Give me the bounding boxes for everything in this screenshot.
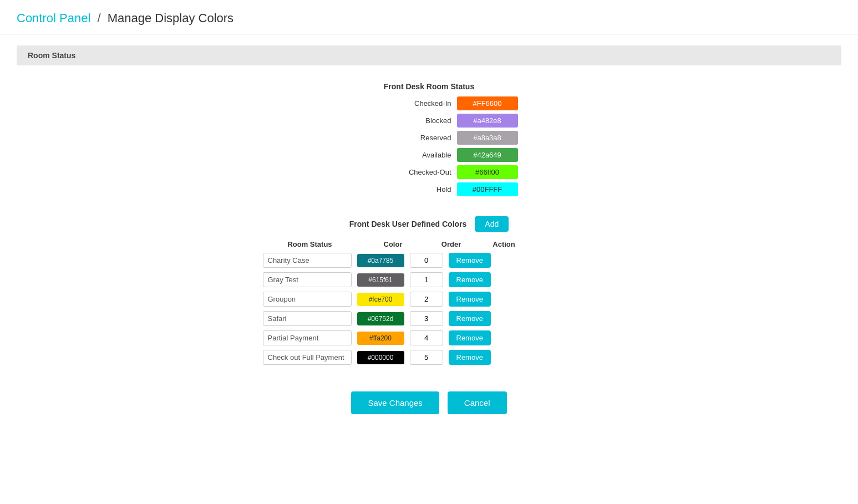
status-row-checked-in: Checked-In #FF6600 <box>341 96 518 110</box>
color-box-reserved[interactable]: #a8a3a8 <box>457 131 518 145</box>
color-box-available[interactable]: #42a649 <box>457 148 518 162</box>
color-swatch-checkout-full-payment[interactable]: #000000 <box>357 351 404 364</box>
table-row: #ffa200 Remove <box>263 330 596 345</box>
status-row-blocked: Blocked #a482e8 <box>341 114 518 128</box>
control-panel-link[interactable]: Control Panel <box>17 11 90 25</box>
order-input-charity-case[interactable] <box>410 253 443 268</box>
room-status-input-gray-test[interactable] <box>263 272 352 287</box>
add-button[interactable]: Add <box>475 216 509 232</box>
status-row-available: Available #42a649 <box>341 148 518 162</box>
main-content: Front Desk Room Status Checked-In #FF660… <box>0 65 858 442</box>
room-status-input-safari[interactable] <box>263 311 352 326</box>
status-label-hold: Hold <box>396 185 451 194</box>
status-label-available: Available <box>396 151 451 159</box>
order-input-partial-payment[interactable] <box>410 330 443 345</box>
status-label-reserved: Reserved <box>396 134 451 142</box>
status-label-blocked: Blocked <box>396 116 451 125</box>
color-swatch-safari[interactable]: #06752d <box>357 312 404 325</box>
order-input-gray-test[interactable] <box>410 272 443 287</box>
user-defined-header: Front Desk User Defined Colors Add <box>349 216 509 232</box>
table-row: #fce700 Remove <box>263 292 596 307</box>
status-label-checked-in: Checked-In <box>396 99 451 108</box>
remove-button-safari[interactable]: Remove <box>449 311 491 326</box>
remove-button-partial-payment[interactable]: Remove <box>449 330 491 345</box>
color-box-checked-in[interactable]: #FF6600 <box>457 96 518 110</box>
table-row: #615f61 Remove <box>263 272 596 287</box>
page-header: Control Panel / Manage Display Colors <box>0 0 858 34</box>
breadcrumb-separator: / <box>97 11 100 25</box>
section-header: Room Status <box>17 45 841 65</box>
section-header-label: Room Status <box>28 51 75 60</box>
room-status-section: Front Desk Room Status Checked-In #FF660… <box>17 82 841 200</box>
status-row-checked-out: Checked-Out #66ff00 <box>341 165 518 179</box>
color-box-blocked[interactable]: #a482e8 <box>457 114 518 128</box>
color-swatch-gray-test[interactable]: #615f61 <box>357 273 404 287</box>
color-swatch-charity-case[interactable]: #0a7785 <box>357 254 404 267</box>
order-input-checkout-full-payment[interactable] <box>410 350 443 365</box>
remove-button-groupon[interactable]: Remove <box>449 292 491 307</box>
user-defined-section: Front Desk User Defined Colors Add Room … <box>17 216 841 369</box>
th-room-status: Room Status <box>263 240 357 248</box>
room-status-input-groupon[interactable] <box>263 292 352 307</box>
footer-buttons: Save Changes Cancel <box>17 391 841 431</box>
color-box-hold[interactable]: #00FFFF <box>457 182 518 196</box>
save-button[interactable]: Save Changes <box>351 391 439 414</box>
th-action: Action <box>474 240 535 248</box>
color-swatch-groupon[interactable]: #fce700 <box>357 293 404 306</box>
th-order: Order <box>429 240 474 248</box>
table-row: #0a7785 Remove <box>263 253 596 268</box>
cancel-button[interactable]: Cancel <box>448 391 507 414</box>
user-defined-title: Front Desk User Defined Colors <box>349 220 467 228</box>
table-headers: Room Status Color Order Action <box>263 240 596 248</box>
remove-button-charity-case[interactable]: Remove <box>449 253 491 268</box>
color-swatch-partial-payment[interactable]: #ffa200 <box>357 332 404 345</box>
room-status-input-partial-payment[interactable] <box>263 330 352 345</box>
status-row-hold: Hold #00FFFF <box>341 182 518 196</box>
color-box-checked-out[interactable]: #66ff00 <box>457 165 518 179</box>
remove-button-gray-test[interactable]: Remove <box>449 272 491 287</box>
status-label-checked-out: Checked-Out <box>396 168 451 176</box>
th-color: Color <box>357 240 429 248</box>
room-status-input-checkout-full-payment[interactable] <box>263 350 352 365</box>
user-defined-table: Room Status Color Order Action #0a7785 R… <box>263 240 596 369</box>
breadcrumb: Control Panel / Manage Display Colors <box>17 11 233 25</box>
room-status-input-charity-case[interactable] <box>263 253 352 268</box>
order-input-groupon[interactable] <box>410 292 443 307</box>
page-title: Manage Display Colors <box>108 11 233 25</box>
table-row: #06752d Remove <box>263 311 596 326</box>
order-input-safari[interactable] <box>410 311 443 326</box>
table-row: #000000 Remove <box>263 350 596 365</box>
status-row-reserved: Reserved #a8a3a8 <box>341 131 518 145</box>
remove-button-checkout-full-payment[interactable]: Remove <box>449 350 491 365</box>
room-status-title: Front Desk Room Status <box>384 82 474 91</box>
